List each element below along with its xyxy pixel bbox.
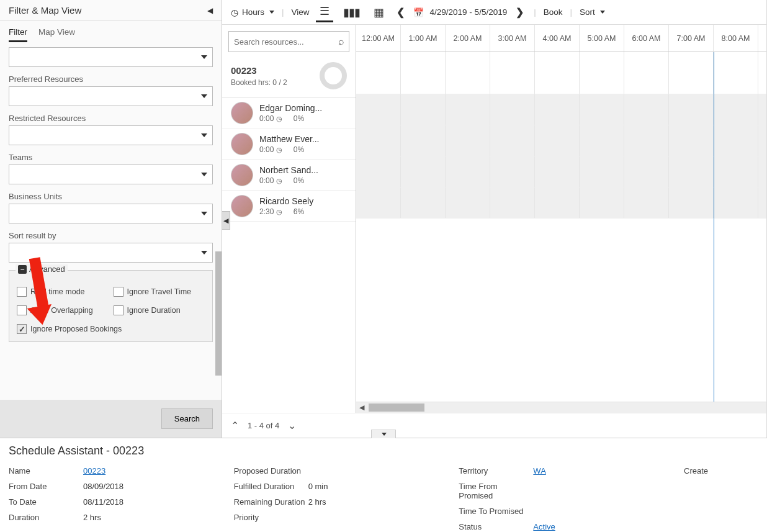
resource-name: Edgar Doming... bbox=[259, 103, 347, 113]
pager-down-icon[interactable]: ⌄ bbox=[288, 420, 296, 431]
label-restricted: Restricted Resources bbox=[9, 114, 213, 123]
resource-row[interactable]: Norbert Sand... 0:00 ◷0% bbox=[222, 160, 356, 191]
view-columns-icon[interactable]: ▮▮▮ bbox=[339, 3, 364, 22]
timeline-row[interactable] bbox=[356, 187, 766, 219]
label-priority: Priority bbox=[234, 513, 308, 522]
view-list-icon[interactable]: ☰ bbox=[316, 2, 333, 22]
avatar bbox=[231, 133, 253, 155]
resource-header-booked: Booked hrs: 0 / 2 bbox=[231, 78, 287, 87]
label-teams: Teams bbox=[9, 153, 213, 162]
resource-row[interactable]: Ricardo Seely 2:30 ◷6% bbox=[222, 191, 356, 222]
link-territory[interactable]: WA bbox=[533, 466, 545, 476]
chk-ignore-proposed[interactable]: Ignore Proposed Bookings bbox=[17, 324, 205, 334]
chk-ignore-travel[interactable]: Ignore Travel Time bbox=[114, 287, 205, 297]
dropdown-generic[interactable] bbox=[9, 47, 213, 67]
time-header-cell: 4:00 AM bbox=[535, 25, 580, 52]
time-header-cell: 6:00 AM bbox=[624, 25, 669, 52]
label-remaining-duration: Remaining Duration bbox=[234, 497, 308, 507]
label-fulfilled-duration: Fulfilled Duration bbox=[234, 482, 308, 491]
resource-name: Norbert Sand... bbox=[259, 165, 347, 175]
time-header-cell: 3:00 AM bbox=[490, 25, 535, 52]
link-name[interactable]: 00223 bbox=[83, 466, 105, 476]
timeline-row[interactable] bbox=[356, 125, 766, 156]
label-sort-by: Sort result by bbox=[9, 231, 213, 240]
dropdown-preferred[interactable] bbox=[9, 86, 213, 106]
label-from-date: From Date bbox=[9, 482, 83, 491]
view-label: View bbox=[292, 7, 310, 17]
search-button[interactable]: Search bbox=[161, 408, 213, 429]
collapse-icon[interactable]: − bbox=[18, 265, 27, 274]
search-icon[interactable]: ⌕ bbox=[338, 36, 344, 47]
time-header-cell: 2:00 AM bbox=[446, 25, 490, 52]
clock-icon: ◷ bbox=[276, 146, 282, 153]
resource-name: Matthew Ever... bbox=[259, 134, 347, 144]
search-resources-input[interactable]: ⌕ bbox=[228, 31, 349, 52]
schedule-assistant-detail: Schedule Assistant - 00223 Name00223 Fro… bbox=[0, 438, 767, 532]
resource-name: Ricardo Seely bbox=[259, 196, 347, 206]
clock-icon: ◷ bbox=[231, 7, 238, 17]
avatar bbox=[231, 102, 253, 124]
link-status[interactable]: Active bbox=[533, 522, 555, 531]
detail-collapse-icon[interactable] bbox=[371, 430, 396, 438]
time-header-cell: 1:00 AM bbox=[401, 25, 446, 52]
chk-ignore-duration[interactable]: Ignore Duration bbox=[114, 305, 205, 315]
label-preferred: Preferred Resources bbox=[9, 74, 213, 84]
hours-dropdown[interactable]: ◷ Hours bbox=[231, 7, 274, 17]
tab-map-view[interactable]: Map View bbox=[38, 27, 75, 42]
label-territory: Territory bbox=[459, 466, 533, 476]
date-range[interactable]: 4/29/2019 - 5/5/2019 bbox=[430, 7, 508, 17]
filter-map-panel: Filter & Map View ◀ Filter Map View Pref… bbox=[0, 0, 222, 438]
avatar bbox=[231, 195, 253, 217]
view-grid-icon[interactable]: ▦ bbox=[370, 3, 388, 22]
label-name: Name bbox=[9, 466, 83, 476]
timeline-row[interactable] bbox=[356, 156, 766, 187]
timeline-header-row bbox=[356, 52, 766, 94]
current-time-line bbox=[714, 52, 714, 402]
label-status: Status bbox=[459, 522, 533, 531]
time-header-cell: 12:00 AM bbox=[356, 25, 401, 52]
calendar-icon[interactable]: 📅 bbox=[413, 7, 424, 17]
schedule-board: ◀ ◷ Hours | View ☰ ▮▮▮ ▦ ❮ 📅 4/29/2019 -… bbox=[222, 0, 767, 438]
prev-button[interactable]: ❮ bbox=[394, 6, 407, 18]
panel-title: Filter & Map View bbox=[9, 5, 81, 16]
horizontal-scrollbar[interactable]: ◀ bbox=[356, 402, 766, 413]
pager-up-icon[interactable]: ⌃ bbox=[231, 420, 239, 431]
sort-dropdown[interactable]: Sort bbox=[580, 7, 605, 17]
label-duration: Duration bbox=[9, 513, 83, 522]
time-header-cell: 5:00 AM bbox=[580, 25, 624, 52]
book-button[interactable]: Book bbox=[544, 7, 563, 17]
tab-filter[interactable]: Filter bbox=[9, 27, 27, 42]
clock-icon: ◷ bbox=[276, 177, 282, 184]
resource-header-id: 00223 bbox=[231, 65, 287, 76]
expand-left-handle[interactable]: ◀ bbox=[222, 211, 230, 230]
avatar bbox=[231, 164, 253, 186]
pager-text: 1 - 4 of 4 bbox=[248, 421, 279, 430]
label-proposed-duration: Proposed Duration bbox=[234, 466, 308, 476]
scrollbar-thumb[interactable] bbox=[215, 251, 222, 376]
clock-icon: ◷ bbox=[276, 208, 282, 215]
collapse-left-icon[interactable]: ◀ bbox=[207, 6, 213, 15]
resource-row[interactable]: Matthew Ever... 0:00 ◷0% bbox=[222, 128, 356, 160]
label-time-to-promised: Time To Promised bbox=[459, 507, 533, 516]
chevron-down-icon bbox=[269, 11, 274, 14]
timeline-row[interactable] bbox=[356, 94, 766, 125]
detail-title: Schedule Assistant - 00223 bbox=[9, 444, 758, 458]
label-business-units: Business Units bbox=[9, 192, 213, 201]
next-button[interactable]: ❯ bbox=[513, 6, 526, 18]
clock-icon: ◷ bbox=[276, 115, 282, 122]
label-time-from-promised: Time From Promised bbox=[459, 482, 533, 500]
label-create: Create bbox=[684, 466, 758, 476]
dropdown-teams[interactable] bbox=[9, 165, 213, 184]
dropdown-business-units[interactable] bbox=[9, 204, 213, 223]
time-header-cell: 7:00 AM bbox=[669, 25, 714, 52]
resource-row[interactable]: Edgar Doming... 0:00 ◷0% bbox=[222, 97, 356, 128]
chevron-down-icon bbox=[600, 11, 605, 14]
dropdown-restricted[interactable] bbox=[9, 125, 213, 145]
label-to-date: To Date bbox=[9, 497, 83, 507]
time-header-cell: 8:00 AM bbox=[714, 25, 758, 52]
booked-ring-icon bbox=[320, 62, 347, 89]
